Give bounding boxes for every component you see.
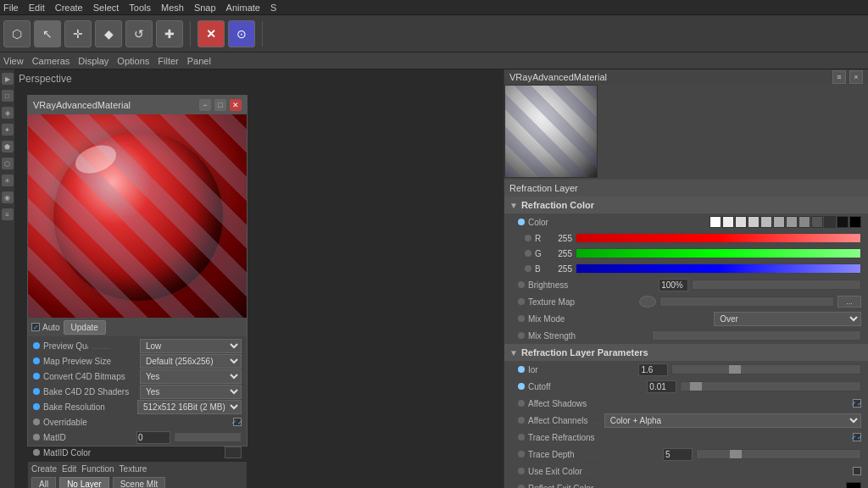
toolbar2-cameras[interactable]: Cameras [32,56,70,66]
toolbar-btn-rotate[interactable]: ↺ [125,20,153,47]
cutoff-slider[interactable] [680,381,861,391]
panel-icon-1[interactable]: ≡ [832,70,846,84]
toolbar2-filter[interactable]: Filter [158,56,178,66]
brightness-slider[interactable] [692,280,861,290]
window-maximize-btn[interactable]: □ [214,99,226,111]
texture-slider[interactable] [659,297,834,307]
action-edit[interactable]: Edit [62,464,76,474]
left-icon-1[interactable]: □ [2,90,14,102]
g-channel-bar[interactable] [576,248,861,258]
refraction-panel-header: Refraction Layer [504,180,868,197]
menu-create[interactable]: Create [55,3,83,13]
swatch-4[interactable] [760,216,772,228]
menu-s[interactable]: S [270,3,276,13]
refraction-params-header[interactable]: ▼ Refraction Layer Parameters [504,344,868,361]
left-icon-0[interactable]: ▶ [2,73,14,85]
swatch-2[interactable] [735,216,747,228]
ior-thumb[interactable] [729,365,741,374]
mix-mode-select[interactable]: Over [714,312,861,326]
preview-sphere-thumb[interactable] [504,85,598,178]
trace-depth-input[interactable] [663,448,693,461]
swatch-white[interactable] [709,216,721,228]
swatch-3[interactable] [748,216,760,228]
bake-shaders-select[interactable]: Yes [140,385,242,399]
left-icon-7[interactable]: ◉ [2,191,14,203]
matlid-slider[interactable] [174,432,242,442]
ior-slider[interactable] [671,364,861,374]
menu-edit[interactable]: Edit [29,3,45,13]
trace-ref-checkbox[interactable]: ✓ [853,433,861,441]
swatch-7[interactable] [798,216,810,228]
r-channel-bar[interactable] [576,233,861,243]
menu-animate[interactable]: Animate [226,3,260,13]
prop-dots-0: ........ [92,341,136,351]
menu-file[interactable]: File [3,3,19,13]
tab-scene-mlt[interactable]: Scene Mlt [113,477,165,489]
toolbar-btn-x[interactable]: ✕ [198,20,225,47]
window-close-btn[interactable]: ✕ [230,99,242,111]
toolbar2-display[interactable]: Display [78,56,108,66]
auto-checkbox[interactable] [31,323,40,331]
tab-all[interactable]: All [31,477,56,489]
swatch-10[interactable] [837,216,849,228]
convert-bitmaps-select[interactable]: Yes [140,369,242,384]
mix-strength-slider[interactable] [652,330,861,341]
texture-map-options[interactable]: ... [837,296,861,308]
toolbar-btn-0[interactable]: ⬡ [3,20,31,47]
preview-quality-select[interactable]: Low [140,339,242,353]
material-window-titlebar: VRayAdvancedMaterial − □ ✕ [28,96,247,114]
update-button[interactable]: Update [64,320,106,335]
affect-channels-select[interactable]: Color + Alpha [604,413,861,428]
map-preview-select[interactable]: Default (256x256) [140,354,242,369]
overridable-checkbox[interactable]: ✓ [233,418,242,426]
toolbar-btn-select[interactable]: ↖ [34,20,61,47]
window-minimize-btn[interactable]: − [199,99,211,111]
toolbar2-view[interactable]: View [3,56,24,66]
left-icon-3[interactable]: ✦ [2,124,14,136]
toolbar2-options[interactable]: Options [117,56,149,66]
menu-mesh[interactable]: Mesh [161,3,184,13]
brightness-input[interactable] [659,279,688,291]
swatch-9[interactable] [824,216,836,228]
affect-shadows-checkbox[interactable]: ✓ [853,399,861,408]
left-icon-2[interactable]: ◈ [2,107,14,119]
cutoff-input[interactable] [647,380,676,393]
matlid-input[interactable] [136,431,170,444]
action-create[interactable]: Create [31,464,57,474]
toolbar-btn-move[interactable]: ✛ [64,20,92,47]
left-icon-4[interactable]: ⬟ [2,141,14,152]
action-texture[interactable]: Texture [120,464,147,474]
panel-icon-2[interactable]: × [849,70,863,84]
menu-tools[interactable]: Tools [129,3,151,13]
use-exit-checkbox[interactable] [853,467,861,475]
reflect-exit-swatch[interactable] [846,482,861,488]
trace-depth-slider[interactable] [696,449,861,459]
toolbar-btn-scale[interactable]: ◆ [95,20,122,47]
swatch-1[interactable] [722,216,734,228]
b-channel-bar[interactable] [576,263,861,274]
left-icon-8[interactable]: ≡ [2,208,14,220]
toolbar2-panel[interactable]: Panel [187,56,211,66]
texture-map-btn[interactable] [639,296,656,308]
ior-input[interactable] [638,363,668,376]
action-function[interactable]: Function [81,464,114,474]
left-icon-6[interactable]: ☀ [2,175,14,186]
trace-depth-thumb[interactable] [730,450,742,458]
ior-row: Ior ......... [504,361,868,378]
material-preview-sphere[interactable] [28,114,247,318]
viewport[interactable]: Perspective VRayAdvancedMaterial − □ ✕ A… [15,69,504,488]
matIID-color-swatch[interactable] [225,446,242,458]
swatch-black[interactable] [849,216,861,228]
swatch-8[interactable] [811,216,823,228]
swatch-6[interactable] [786,216,798,228]
refraction-color-header[interactable]: ▼ Refraction Color [504,197,868,214]
bake-res-select[interactable]: 512x512 16Bit (2 MB) [137,400,242,414]
cutoff-thumb[interactable] [690,382,702,391]
toolbar-btn-circle[interactable]: ⊙ [228,20,255,47]
menu-snap[interactable]: Snap [194,3,216,13]
swatch-5[interactable] [773,216,785,228]
menu-select[interactable]: Select [93,3,120,13]
tab-no-layer[interactable]: No Layer [59,477,109,489]
left-icon-5[interactable]: ⬡ [2,158,14,169]
toolbar-btn-add[interactable]: ✚ [156,20,183,47]
